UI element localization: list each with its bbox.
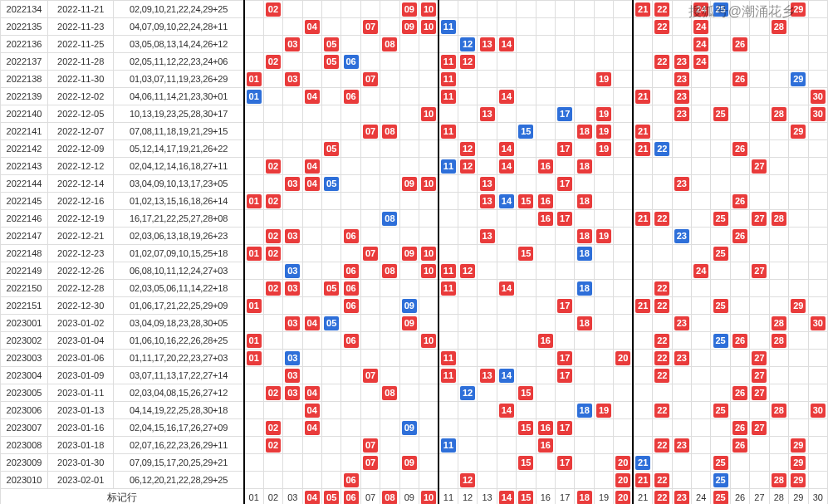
red-ball: 24: [693, 55, 708, 69]
grid-cell: [517, 210, 536, 228]
red-ball: 10: [421, 247, 436, 261]
grid-cell: [341, 1, 360, 18]
red-ball: 06: [344, 334, 359, 348]
red-ball: 26: [732, 334, 747, 348]
grid-cell: 01: [244, 71, 263, 88]
date-cell: 2023-01-09: [48, 367, 114, 384]
grid-cell: 25: [711, 105, 730, 123]
numbers-cell: 04,06,11,14,21,23,30+01: [114, 88, 244, 105]
grid-cell: [614, 210, 633, 228]
red-ball: 27: [752, 369, 767, 383]
grid-cell: [458, 437, 477, 454]
grid-cell: [614, 123, 633, 140]
grid-cell: 02: [263, 245, 282, 262]
blue-ball: 15: [518, 125, 533, 139]
table-row: 20230042023-01-0903,07,11,13,17,22,27+14…: [1, 367, 828, 384]
grid-cell: 14: [497, 88, 516, 105]
grid-cell: 03: [283, 228, 302, 245]
grid-cell: [283, 88, 302, 105]
grid-cell: [556, 280, 575, 297]
grid-cell: [711, 437, 730, 454]
red-ball: 27: [752, 421, 767, 435]
grid-cell: [360, 332, 380, 350]
grid-cell: [478, 384, 497, 402]
grid-cell: [517, 297, 536, 315]
grid-cell: [321, 332, 341, 350]
grid-cell: [575, 472, 594, 489]
date-cell: 2022-12-30: [48, 297, 114, 315]
blue-ball: 11: [441, 438, 456, 453]
red-ball: 09: [402, 456, 417, 470]
grid-cell: [399, 193, 419, 210]
grid-cell: [458, 297, 477, 315]
grid-cell: 25: [711, 210, 730, 228]
red-ball: 22: [654, 212, 669, 226]
grid-cell: 06: [341, 297, 360, 315]
numbers-cell: 01,06,10,16,22,26,28+25: [114, 332, 244, 350]
grid-cell: 28: [769, 210, 788, 228]
red-ball: 05: [324, 37, 339, 51]
date-cell: 2022-12-19: [48, 210, 114, 228]
grid-cell: 17: [556, 454, 575, 472]
grid-cell: 23: [672, 53, 691, 71]
grid-cell: [244, 53, 263, 71]
grid-cell: [556, 437, 575, 454]
grid-cell: [691, 350, 710, 367]
period-cell: 2023002: [1, 332, 48, 350]
date-cell: 2022-12-26: [48, 262, 114, 280]
grid-cell: 18: [575, 123, 594, 140]
grid-cell: [750, 402, 769, 419]
grid-cell: 17: [556, 419, 575, 437]
grid-cell: [399, 105, 419, 123]
red-ball: 03: [285, 229, 300, 243]
grid-cell: 30: [808, 105, 828, 123]
grid-cell: [536, 454, 555, 472]
red-ball: 26: [732, 194, 747, 208]
table-row: 20230092023-01-3007,09,15,17,20,25,29+21…: [1, 454, 828, 472]
table-row: 20221422022-12-0905,12,14,17,19,21,26+22…: [1, 140, 828, 158]
grid-cell: 22: [653, 332, 672, 350]
grid-cell: [789, 332, 808, 350]
grid-cell: [691, 367, 710, 384]
grid-cell: [341, 193, 360, 210]
table-row: 20230052023-01-1102,03,04,08,15,26,27+12…: [1, 384, 828, 402]
grid-cell: 19: [594, 105, 613, 123]
red-ball: 16: [538, 194, 553, 208]
date-cell: 2022-12-21: [48, 228, 114, 245]
blue-ball: 18: [577, 281, 592, 296]
grid-cell: 17: [556, 297, 575, 315]
grid-cell: [517, 71, 536, 88]
grid-cell: [633, 402, 652, 419]
red-ball: 03: [285, 316, 300, 330]
period-cell: 2023004: [1, 367, 48, 384]
numbers-cell: 02,04,12,14,16,18,27+11: [114, 158, 244, 175]
summary-cell: 30: [808, 489, 828, 505]
grid-cell: 04: [302, 402, 321, 419]
grid-cell: [321, 123, 341, 140]
grid-cell: 22: [653, 297, 672, 315]
grid-cell: [419, 210, 438, 228]
red-ball: 18: [577, 316, 592, 330]
summary-cell: 21: [633, 489, 652, 505]
grid-cell: 06: [341, 332, 360, 350]
grid-cell: [380, 332, 399, 350]
grid-cell: [594, 332, 613, 350]
red-ball: 23: [674, 177, 689, 191]
period-cell: 2022140: [1, 105, 48, 123]
grid-cell: [321, 437, 341, 454]
grid-cell: [789, 105, 808, 123]
grid-cell: [672, 140, 691, 158]
grid-cell: 13: [478, 228, 497, 245]
grid-cell: [633, 53, 652, 71]
grid-cell: [575, 175, 594, 193]
numbers-cell: 03,05,08,13,14,24,26+12: [114, 36, 244, 53]
red-ball: 11: [441, 369, 456, 383]
red-ball: 23: [674, 351, 689, 365]
grid-cell: [808, 384, 828, 402]
grid-cell: 23: [672, 71, 691, 88]
grid-cell: [302, 297, 321, 315]
grid-cell: 19: [594, 228, 613, 245]
grid-cell: 07: [360, 437, 380, 454]
table-row: 20221482022-12-2301,02,07,09,10,15,25+18…: [1, 245, 828, 262]
numbers-cell: 01,02,13,15,16,18,26+14: [114, 193, 244, 210]
